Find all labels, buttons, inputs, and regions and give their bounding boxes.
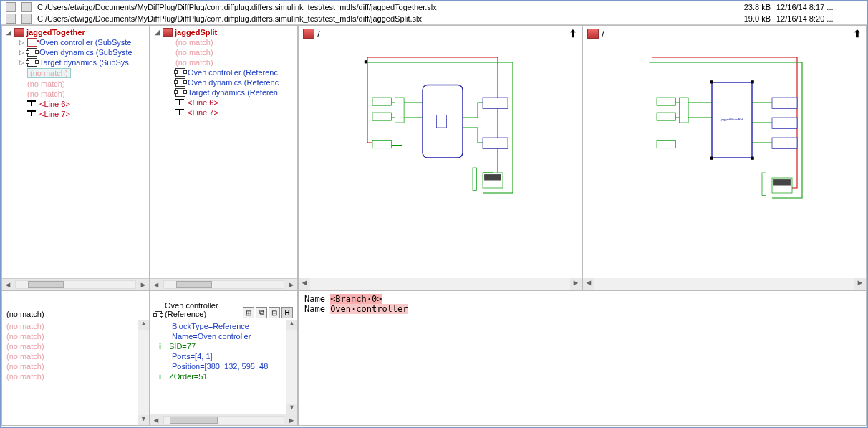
line-icon bbox=[175, 108, 185, 117]
prop-header-label: Oven controller (Reference) bbox=[165, 301, 243, 318]
prop-line: (no match) bbox=[5, 371, 135, 381]
tree-item[interactable]: (no match) bbox=[16, 79, 148, 89]
scrollbar-h[interactable]: ◄► bbox=[299, 278, 582, 290]
svg-rect-2 bbox=[372, 98, 392, 105]
diagram-canvas-right[interactable]: jaggedModelRef bbox=[583, 42, 866, 278]
info-icon: i bbox=[159, 372, 169, 381]
scrollbar-h[interactable]: ◄► bbox=[583, 278, 866, 290]
svg-rect-26 bbox=[773, 179, 791, 185]
tree-item[interactable]: ▷Oven controller (SubSyste bbox=[16, 37, 148, 47]
block-icon bbox=[175, 88, 185, 97]
scrollbar-v[interactable]: ▲▼ bbox=[138, 320, 149, 425]
svg-text:jaggedModelRef: jaggedModelRef bbox=[720, 118, 743, 121]
simulink-icon bbox=[163, 28, 173, 37]
block-icon bbox=[175, 78, 185, 87]
prop-panel-left: (no match) (no match)(no match)(no match… bbox=[1, 290, 150, 426]
svg-rect-17 bbox=[751, 157, 754, 160]
svg-rect-24 bbox=[772, 138, 797, 148]
tree-item[interactable]: ▷Oven dynamics (SubSyste bbox=[16, 47, 148, 57]
svg-rect-6 bbox=[483, 98, 508, 108]
prop-line: BlockType=Reference bbox=[153, 321, 283, 331]
prop-line: (no match) bbox=[5, 341, 135, 351]
tree-item[interactable]: Oven dynamics (Referenc bbox=[165, 77, 296, 87]
svg-rect-10 bbox=[473, 168, 477, 191]
up-arrow-icon[interactable]: ⬆ bbox=[853, 28, 862, 39]
svg-rect-7 bbox=[483, 138, 508, 148]
svg-rect-3 bbox=[372, 113, 392, 120]
prop-line: (no match) bbox=[5, 351, 135, 361]
simulink-icon bbox=[303, 29, 314, 39]
tree-item[interactable]: (no match) bbox=[16, 89, 148, 99]
file-size-left: 23.8 kB bbox=[728, 3, 771, 11]
name-diff-panel: Name <Branch·0> Name Oven·controller bbox=[298, 290, 867, 426]
breadcrumb[interactable]: / bbox=[317, 29, 320, 39]
file-icon bbox=[21, 14, 32, 24]
tree-root-right[interactable]: ◢ jaggedSplit bbox=[152, 27, 296, 37]
prop-line: Name=Oven controller bbox=[153, 331, 283, 341]
ref-icon bbox=[27, 38, 37, 47]
file-path-left[interactable]: C:/Users/etwigg/Documents/MyDiffPlug/Dif… bbox=[37, 3, 722, 11]
scrollbar-h[interactable]: ◄► bbox=[150, 414, 297, 425]
tree-item[interactable]: ▷Target dynamics (SubSys bbox=[16, 57, 148, 67]
file-header: C:/Users/etwigg/Documents/MyDiffPlug/Dif… bbox=[1, 1, 867, 25]
disk-icon bbox=[6, 2, 16, 12]
tree-panel-left: ◢ jaggedTogether ▷Oven controller (SubSy… bbox=[1, 25, 150, 290]
tree-item[interactable]: (no match) bbox=[165, 57, 296, 67]
tree-root-left[interactable]: ◢ jaggedTogether bbox=[4, 27, 148, 37]
svg-rect-19 bbox=[657, 113, 676, 120]
copy-button[interactable]: ⧉ bbox=[256, 307, 267, 318]
tree-item[interactable]: <Line 7> bbox=[165, 108, 296, 118]
tree-item[interactable]: Oven controller (Referenc bbox=[165, 67, 296, 77]
tree-item[interactable]: <Line 6> bbox=[16, 99, 148, 109]
simulink-icon bbox=[14, 28, 24, 37]
tree-item[interactable]: (no match) bbox=[16, 67, 148, 79]
file-size-right: 19.0 kB bbox=[728, 14, 771, 23]
disk-icon bbox=[6, 14, 16, 24]
line-icon bbox=[27, 100, 37, 108]
svg-rect-14 bbox=[710, 80, 713, 83]
line-icon bbox=[175, 98, 185, 107]
file-date-left: 12/16/14 8:17 ... bbox=[776, 3, 862, 11]
diagram-panel-left: / ⬆ bbox=[298, 25, 582, 290]
svg-rect-4 bbox=[372, 141, 392, 148]
file-icon bbox=[21, 2, 32, 12]
tree-item[interactable]: (no match) bbox=[165, 37, 296, 47]
tree-item[interactable]: <Line 6> bbox=[165, 98, 296, 108]
svg-rect-5 bbox=[395, 98, 405, 123]
prop-panel-right: Oven controller (Reference) ⊞ ⧉ ⊟ H Bloc… bbox=[150, 290, 298, 426]
breadcrumb[interactable]: / bbox=[602, 29, 604, 39]
scrollbar-h[interactable]: ◄► bbox=[2, 278, 149, 290]
prop-line: (no match) bbox=[5, 321, 135, 331]
collapse-button[interactable]: ⊟ bbox=[269, 307, 280, 318]
svg-rect-15 bbox=[751, 80, 754, 83]
prop-line: iZOrder=51 bbox=[153, 371, 283, 381]
name-diff-row: Name Oven·controller bbox=[304, 304, 860, 314]
svg-rect-9 bbox=[484, 174, 501, 180]
up-arrow-icon[interactable]: ⬆ bbox=[569, 28, 577, 39]
expand-button[interactable]: ⊞ bbox=[243, 307, 254, 318]
diagram-panel-right: / ⬆ jaggedModelRef bbox=[582, 25, 867, 290]
block-icon bbox=[175, 68, 185, 77]
scrollbar-h[interactable]: ◄► bbox=[150, 278, 297, 290]
svg-rect-23 bbox=[772, 118, 797, 128]
tree-item[interactable]: Target dynamics (Referen bbox=[165, 87, 296, 98]
block-icon bbox=[27, 48, 37, 57]
prop-line: Position=[380, 132, 595, 48 bbox=[153, 361, 283, 371]
tree-item[interactable]: (no match) bbox=[165, 47, 296, 57]
prop-line: (no match) bbox=[5, 331, 135, 341]
tree-item[interactable]: <Line 7> bbox=[16, 109, 148, 119]
scrollbar-v[interactable]: ▲▼ bbox=[286, 320, 297, 414]
svg-rect-16 bbox=[710, 157, 713, 160]
simulink-icon bbox=[587, 29, 599, 39]
diagram-canvas-left[interactable] bbox=[299, 42, 582, 278]
prop-header-label: (no match) bbox=[6, 310, 44, 318]
prop-line: Ports=[4, 1] bbox=[153, 351, 283, 361]
file-path-right[interactable]: C:/Users/etwigg/Documents/MyDiffPlug/Dif… bbox=[37, 14, 722, 23]
svg-rect-21 bbox=[680, 98, 689, 123]
svg-rect-27 bbox=[762, 173, 766, 196]
line-icon bbox=[27, 110, 37, 118]
svg-rect-18 bbox=[657, 98, 676, 105]
svg-rect-1 bbox=[437, 115, 447, 128]
h-button[interactable]: H bbox=[281, 307, 293, 318]
info-icon: i bbox=[159, 342, 169, 351]
